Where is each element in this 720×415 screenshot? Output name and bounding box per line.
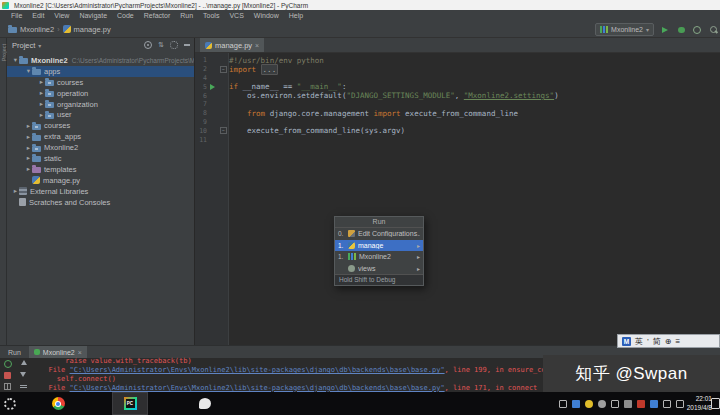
run-icon[interactable] (660, 25, 670, 35)
tree-item-user[interactable]: ▸user (7, 109, 194, 120)
tree-item-apps[interactable]: ▾apps (7, 66, 194, 77)
menu-code[interactable]: Code (112, 12, 139, 19)
app-yellow-icon[interactable] (585, 400, 593, 408)
up-icon[interactable] (21, 360, 27, 365)
close-icon[interactable]: × (255, 42, 259, 49)
expand-arrow-icon[interactable]: ▸ (12, 187, 19, 195)
rerun-icon[interactable] (4, 360, 12, 368)
settings-icon[interactable] (170, 41, 178, 49)
tool-icon[interactable] (624, 400, 632, 408)
taskbar-chrome[interactable] (46, 392, 70, 415)
fold-icon[interactable]: − (220, 66, 227, 73)
console-tool-label[interactable]: Run (8, 349, 21, 356)
line-number: 9 (195, 118, 207, 126)
taskbar-pycharm-active[interactable]: PC (112, 392, 148, 415)
popup-item-edit-configurations-[interactable]: 0.Edit Configurations... (335, 228, 423, 240)
search-icon[interactable] (708, 25, 718, 35)
editor[interactable]: manage.py × 1#!/usr/bin/env python2−impo… (195, 38, 720, 345)
stack-trace-link[interactable]: "C:\Users\Administrator\Envs\Mxonline2\l… (70, 366, 445, 374)
expand-arrow-icon[interactable]: ▾ (12, 56, 19, 64)
popup-item-mxonline2[interactable]: 1.Mxonline2▸ (335, 251, 423, 263)
volume-icon[interactable] (676, 400, 684, 408)
expand-arrow-icon[interactable]: ▸ (38, 89, 45, 97)
action-center-icon[interactable] (711, 398, 720, 409)
locate-icon[interactable] (144, 41, 152, 49)
breadcrumb-item[interactable]: manage.py (63, 25, 111, 34)
gear-icon[interactable] (598, 400, 606, 408)
run-config-selector[interactable]: Mxonline2 ▾ (595, 23, 654, 36)
menu-edit[interactable]: Edit (27, 12, 49, 19)
menu-tools[interactable]: Tools (198, 12, 224, 19)
tree-item-static[interactable]: ▸static (7, 153, 194, 164)
doc-icon[interactable] (611, 400, 619, 408)
alert-red-icon[interactable] (637, 400, 645, 408)
close-icon[interactable]: × (78, 349, 82, 356)
chevron-down-icon[interactable]: ▾ (38, 42, 41, 49)
stripe-project-label[interactable]: Project (1, 44, 7, 61)
coverage-icon[interactable] (692, 25, 702, 35)
tree-item-external-libraries[interactable]: ▸External Libraries (7, 186, 194, 197)
tree-item-scratches-and-consoles[interactable]: Scratches and Consoles (7, 197, 194, 208)
app-blue-icon[interactable] (572, 400, 580, 408)
ime-segment-5[interactable]: ⊕ (665, 337, 672, 346)
run-line-icon[interactable] (210, 84, 215, 90)
fold-icon[interactable]: − (220, 127, 227, 134)
shield-blue-icon[interactable] (650, 400, 658, 408)
expand-arrow-icon[interactable]: ▸ (25, 133, 32, 141)
clipboard-icon[interactable] (559, 400, 567, 408)
expand-arrow-icon[interactable]: ▸ (25, 144, 32, 152)
debug-icon[interactable] (676, 25, 686, 35)
popup-item-index: 1. (338, 242, 345, 249)
expand-arrow-icon[interactable]: ▸ (25, 154, 32, 162)
tree-item-mxonline2[interactable]: ▾Mxonline2C:\Users\Administrator\Pycharm… (7, 55, 194, 66)
breadcrumb-item[interactable]: Mxonline2 (8, 25, 54, 34)
network-icon[interactable] (663, 400, 671, 408)
expand-arrow-icon[interactable]: ▸ (25, 122, 32, 130)
down-icon[interactable] (20, 372, 26, 377)
grid-icon[interactable] (4, 383, 11, 390)
tree-item-manage-py[interactable]: manage.py (7, 175, 194, 186)
tab-manage-py[interactable]: manage.py × (200, 38, 264, 52)
app-icon (348, 253, 356, 260)
code-area[interactable]: 1#!/usr/bin/env python2−import ...45if _… (195, 56, 720, 144)
menu-window[interactable]: Window (249, 12, 284, 19)
menu-help[interactable]: Help (284, 12, 308, 19)
ime-segment-2[interactable]: 英 (635, 336, 643, 347)
tree-item-courses[interactable]: ▸courses (7, 120, 194, 131)
expand-arrow-icon[interactable]: ▸ (38, 100, 45, 108)
tree-item-courses[interactable]: ▸courses (7, 77, 194, 88)
menu-refactor[interactable]: Refactor (139, 12, 175, 19)
stack-trace-link[interactable]: "C:\Users\Administrator\Envs\Mxonline2\l… (70, 384, 445, 392)
taskbar-clock[interactable]: 22:01 2019/4/8 (687, 394, 712, 412)
tree-item-mxonline2[interactable]: ▸Mxonline2 (7, 142, 194, 153)
collapse-all-icon[interactable]: ⇅ (158, 42, 164, 48)
menu-navigate[interactable]: Navigate (74, 12, 112, 19)
menu-file[interactable]: File (6, 12, 27, 19)
expand-arrow-icon[interactable]: ▸ (38, 78, 45, 86)
menu-run[interactable]: Run (175, 12, 198, 19)
expand-arrow-icon[interactable]: ▾ (25, 67, 32, 75)
expand-arrow-icon[interactable]: ▸ (25, 165, 32, 173)
expand-arrow-icon[interactable]: ▸ (38, 111, 45, 119)
ime-segment-1[interactable]: M (622, 337, 631, 346)
tree-item-extra-apps[interactable]: ▸extra_apps (7, 131, 194, 142)
code-segment: ) (554, 91, 559, 100)
tree-item-templates[interactable]: ▸templates (7, 164, 194, 175)
menu-lines-icon[interactable] (20, 383, 27, 388)
popup-item-views[interactable]: views▸ (335, 263, 423, 275)
taskbar-messenger[interactable] (193, 392, 217, 415)
tree-item-organization[interactable]: ▸organization (7, 99, 194, 110)
hide-icon[interactable] (184, 44, 190, 46)
ime-segment-6[interactable]: ≡ (675, 337, 680, 346)
console-text: File "C:\Users\Administrator\Envs\Mxonli… (40, 366, 579, 374)
ime-segment-4[interactable]: 简 (653, 336, 661, 347)
popup-item-label: views (358, 265, 414, 272)
project-panel-title[interactable]: Project (12, 41, 35, 50)
ime-segment-3[interactable]: ’ (647, 337, 649, 346)
menu-view[interactable]: View (49, 12, 74, 19)
popup-item-manage[interactable]: 1.manage▸ (335, 240, 423, 252)
stop-icon[interactable] (4, 372, 11, 379)
start-button[interactable] (0, 392, 20, 415)
tree-item-operation[interactable]: ▸operation (7, 88, 194, 99)
menu-vcs[interactable]: VCS (224, 12, 248, 19)
